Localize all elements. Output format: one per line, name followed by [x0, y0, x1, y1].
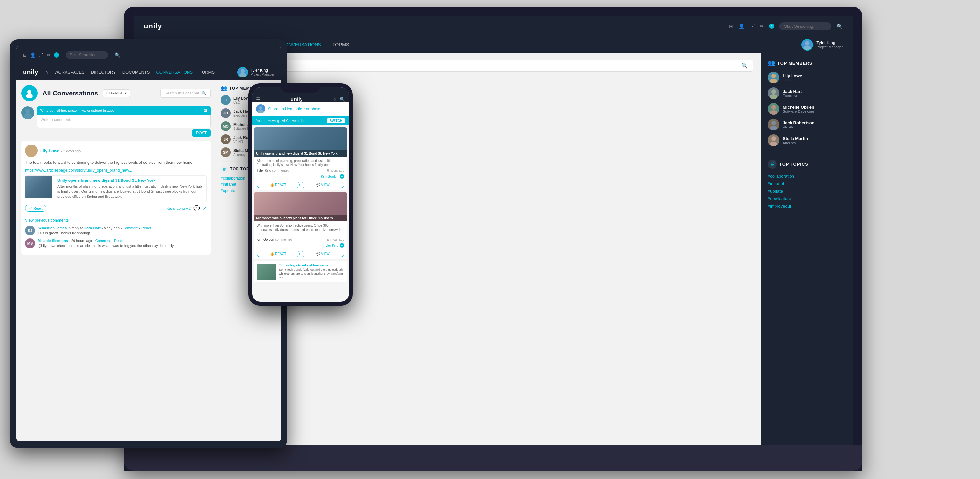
phone-content: Share an idea, article or photo You are … [252, 102, 349, 292]
phone-post-2-commented: commented [275, 238, 292, 241]
sebastian-name[interactable]: Sebastian James [38, 226, 67, 230]
phone-share-portrait [257, 105, 265, 113]
stella-portrait [768, 134, 780, 146]
tablet-edit-icon[interactable]: ✏ [47, 52, 51, 57]
phone-post-3-content: Technology trends of tomorrow Some tech … [254, 261, 347, 283]
preview-title[interactable]: Unily opens brand new digs at 31 Bond St… [57, 178, 204, 183]
tablet-documents[interactable]: DOCUMENTS [123, 70, 150, 75]
phone-post-1-view[interactable]: 💬 VIEW [302, 182, 344, 188]
melanie-action1[interactable]: Comment [95, 239, 111, 243]
post-button[interactable]: POST [192, 129, 211, 137]
jack-hart-avatar [768, 87, 780, 99]
composer-body-placeholder: Write a comment... [40, 117, 73, 122]
change-chevron-icon: ▾ [125, 91, 127, 96]
phone-post-1-commenter: Tyler King [257, 169, 271, 172]
phone-post-3-title: Technology trends of tomorrow [279, 263, 344, 267]
laptop-search-icon: 🔍 [741, 62, 748, 69]
image-upload-icon[interactable]: 🖼 [204, 108, 207, 113]
t-lily-avatar: LL [221, 95, 231, 105]
user-portrait [802, 39, 813, 51]
topic-5[interactable]: #improvedui [768, 204, 846, 209]
topics-hash-icon: # [768, 160, 777, 169]
kathy-tag[interactable]: Kathy Long + 2 [167, 206, 191, 210]
comment-sebastian: SJ Sebastian James in reply to Jack Hart… [25, 226, 207, 236]
laptop-top-icons: ⊞ 👤 ⋰ ✏ 8 🔍 [729, 22, 843, 30]
topic-1[interactable]: #collaboration [768, 174, 846, 179]
svg-point-3 [770, 79, 778, 83]
topic-4[interactable]: #newfeature [768, 196, 846, 201]
tablet-device: ⊞ 👤 ⋰ ✏ 8 🔍 unily ⌂ WORKSPACES DIRECTORY… [10, 39, 288, 448]
edit-icon[interactable]: ✏ [760, 23, 764, 29]
svg-point-14 [27, 90, 31, 94]
svg-point-10 [771, 136, 776, 141]
michelle-role: Software Developer [783, 110, 846, 113]
phone-post-1-react[interactable]: 👍 REACT [257, 182, 299, 188]
t-stella-avatar: SM [221, 147, 231, 157]
topic-2[interactable]: #intranet [768, 181, 846, 186]
tablet-search-input[interactable] [66, 51, 108, 59]
grid-icon[interactable]: ⊞ [729, 23, 733, 29]
tablet-home-icon[interactable]: ⌂ [45, 69, 48, 75]
jackr-avatar [768, 119, 780, 131]
tablet-tree-icon[interactable]: ⋰ [39, 52, 43, 57]
michelle-info: Michelle Obrien Software Developer [783, 105, 846, 113]
composer-body[interactable]: Write a comment... [37, 115, 211, 128]
phone-post-2-react[interactable]: 👍 REACT [257, 251, 299, 257]
svg-point-8 [771, 121, 776, 125]
search-icon[interactable]: 🔍 [836, 23, 843, 29]
change-button[interactable]: CHANGE ▾ [103, 89, 130, 97]
tablet-user-section: Tyler King Project Manager [237, 67, 274, 78]
tablet-search-icon[interactable]: 🔍 [115, 52, 120, 57]
view-previous-link[interactable]: View previous comments [25, 218, 68, 223]
user-icon[interactable]: 👤 [738, 23, 745, 29]
topic-3[interactable]: #update [768, 188, 846, 193]
nav-forms[interactable]: FORMS [332, 42, 349, 48]
phone-post-1-image: Unily opens brand new digs at 31 Bond St… [254, 127, 347, 156]
phone-menu-icon[interactable]: ☰ [256, 96, 261, 103]
phone-share-text[interactable]: Share an idea, article or photo [268, 107, 320, 111]
t-members-icon: 👥 [221, 85, 228, 91]
conv-avatar-icon [21, 85, 38, 101]
post-author[interactable]: Lily Lowe [40, 148, 59, 153]
phone-post-2-overlay: Microsoft rolls out new plans for Office… [254, 215, 347, 221]
phone-post-2-view[interactable]: 💬 VIEW [302, 251, 344, 257]
tablet-user-icon[interactable]: 👤 [30, 52, 36, 57]
tablet-conversations[interactable]: CONVERSATIONS [156, 70, 193, 75]
melanie-avatar: MS [25, 238, 35, 248]
phone-nav-actions: ☆ 🔍 [332, 97, 345, 102]
post-actions: ♡ React Kathy Long + 2 💬 ↗ [25, 205, 207, 212]
laptop-logo: unily [144, 22, 162, 30]
jack-hart-ref[interactable]: Jack Hart [84, 226, 100, 230]
svg-point-15 [26, 94, 33, 98]
sidebar-member-jack: Jack Hart Executive [768, 87, 846, 99]
post-link[interactable]: https://www.articlespage.com/story/unily… [25, 168, 207, 172]
nav-conversations[interactable]: CONVERSATIONS [282, 42, 321, 48]
notification-badge[interactable]: 8 [769, 24, 774, 29]
post-preview-image [25, 176, 52, 198]
phone-switch-button[interactable]: SWITCH [327, 118, 345, 123]
laptop-search-input[interactable] [779, 22, 831, 30]
comment-action1[interactable]: Comment [123, 226, 138, 230]
tablet-directory[interactable]: DIRECTORY [91, 70, 116, 75]
sebastian-avatar: SJ [25, 226, 35, 235]
phone-search-nav-icon[interactable]: 🔍 [339, 97, 345, 102]
melanie-action2[interactable]: React [114, 239, 124, 243]
post-item-lily: Lily Lowe - 2 days ago The team looks fo… [21, 141, 211, 255]
post-preview-card: Unily opens brand new digs at 31 Bond St… [25, 175, 207, 202]
tree-icon[interactable]: ⋰ [750, 23, 755, 29]
phone-post-1-overlay: Unily opens brand new digs at 31 Bond St… [254, 150, 347, 156]
search-channel-icon[interactable]: 🔍 [202, 91, 207, 96]
comment-action2[interactable]: React [142, 226, 151, 230]
tablet-notif-badge[interactable]: 8 [54, 52, 59, 57]
view-prev-section: View previous comments [25, 214, 207, 223]
tablet-screen: ⊞ 👤 ⋰ ✏ 8 🔍 unily ⌂ WORKSPACES DIRECTORY… [16, 46, 281, 441]
melanie-text: @Lily Lowe check out this article, this … [38, 244, 174, 247]
melanie-name[interactable]: Melanie Simmons [38, 239, 68, 243]
sebastian-comment: Sebastian James in reply to Jack Hart - … [38, 226, 151, 236]
react-button[interactable]: ♡ React [25, 205, 46, 212]
michelle-portrait [768, 103, 780, 115]
tablet-grid-icon[interactable]: ⊞ [23, 52, 27, 57]
tablet-workspaces[interactable]: WORKSPACES [54, 70, 84, 75]
phone-star-icon[interactable]: ☆ [332, 97, 337, 102]
tablet-forms[interactable]: FORMS [199, 70, 215, 75]
